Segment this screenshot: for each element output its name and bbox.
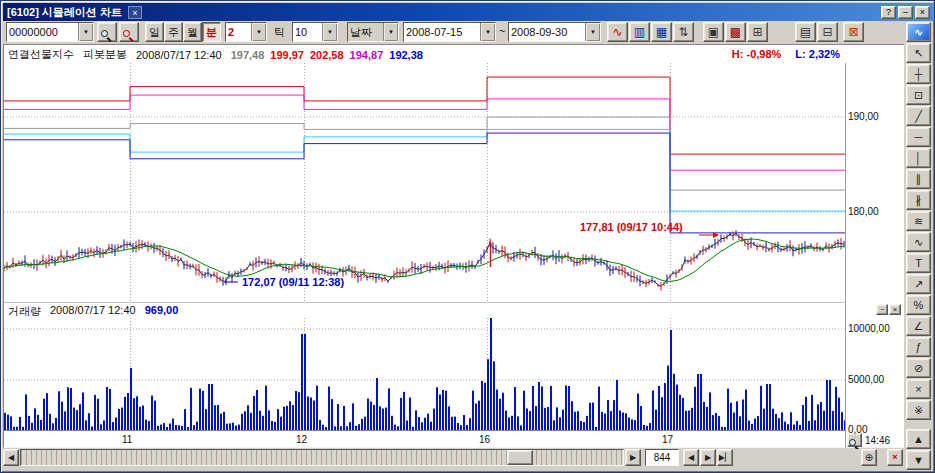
last-time-label: 14:46 bbox=[865, 435, 890, 446]
save-chart-button[interactable]: ⊟ bbox=[817, 22, 838, 42]
interval-combo[interactable]: 2 ▼ bbox=[225, 22, 267, 42]
zigzag-line-button[interactable]: ∿ bbox=[607, 22, 628, 42]
simulation-chart-window: [6102] 시뮬레이션 차트 × ?–× ▼ 일주월분 2 ▼ 틱 10 ▼ … bbox=[0, 0, 935, 473]
pointer-button[interactable]: ↖ bbox=[906, 43, 931, 63]
window-title: [6102] 시뮬레이션 차트 bbox=[7, 5, 122, 20]
formula-button[interactable]: ƒ bbox=[906, 337, 931, 357]
period-week-button[interactable]: 주 bbox=[164, 22, 183, 42]
tick-label: 틱 bbox=[274, 25, 285, 40]
panel-close-button[interactable]: × bbox=[887, 449, 903, 466]
symbol-search-button[interactable] bbox=[119, 22, 139, 42]
period-day-button[interactable]: 일 bbox=[145, 22, 164, 42]
study-name: 피봇분봉 bbox=[83, 47, 127, 62]
help-button[interactable]: ? bbox=[881, 6, 896, 19]
time-axis-label: 16 bbox=[479, 434, 490, 445]
step-back-button[interactable]: ◀ bbox=[683, 449, 699, 466]
symbol-code-input[interactable] bbox=[7, 23, 78, 41]
quick-chart-button[interactable]: ∿ bbox=[906, 22, 931, 42]
scrollbar-thumb[interactable] bbox=[507, 450, 533, 465]
close-pane-button[interactable]: × bbox=[889, 304, 901, 315]
period-button-group: 일주월분 bbox=[145, 22, 221, 42]
tick-count-combo[interactable]: 10 ▼ bbox=[292, 22, 338, 42]
trendline-button[interactable]: ╱ bbox=[906, 106, 931, 126]
symbol-code-combo[interactable]: ▼ bbox=[6, 22, 94, 42]
angle-tool-button[interactable]: ∠ bbox=[906, 316, 931, 336]
legend-value: 197,48 bbox=[231, 49, 265, 61]
wave-button[interactable]: ∿ bbox=[906, 232, 931, 252]
clear-all-button[interactable]: × bbox=[906, 379, 931, 399]
zoom-select-button[interactable]: ⊡ bbox=[906, 85, 931, 105]
axis-zoom-button[interactable] bbox=[847, 433, 862, 447]
legend-value: 202,58 bbox=[310, 49, 344, 61]
horizontal-line-button[interactable]: ─ bbox=[906, 127, 931, 147]
scroll-right-button[interactable]: ▶ bbox=[625, 449, 641, 466]
tool-settings-button[interactable]: ※ bbox=[906, 400, 931, 420]
volume-value: 969,00 bbox=[145, 304, 179, 319]
close-button[interactable]: × bbox=[915, 6, 930, 19]
print-button[interactable]: ▤ bbox=[795, 22, 816, 42]
step-forward-button[interactable]: ▶ bbox=[700, 449, 716, 466]
price-axis-border bbox=[845, 63, 846, 448]
chevron-down-icon[interactable]: ▼ bbox=[585, 23, 600, 41]
vertical-line-button[interactable]: │ bbox=[906, 148, 931, 168]
arrow-tool-button[interactable]: ↗ bbox=[906, 274, 931, 294]
fibonacci-button[interactable]: ≋ bbox=[906, 211, 931, 231]
text-tool-button[interactable]: T bbox=[906, 253, 931, 273]
percent-tool-button[interactable]: % bbox=[906, 295, 931, 315]
title-bar[interactable]: [6102] 시뮬레이션 차트 × ?–× bbox=[3, 3, 934, 21]
volume-axis-label: 5000,00 bbox=[848, 374, 884, 385]
volume-datetime: 2008/07/17 12:40 bbox=[50, 304, 136, 319]
eraser-button[interactable]: ⊘ bbox=[906, 358, 931, 378]
channel-button[interactable]: ∦ bbox=[906, 190, 931, 210]
volume-profile-button[interactable]: ▥ bbox=[629, 22, 650, 42]
price-pane-plot[interactable] bbox=[4, 63, 845, 302]
jump-latest-button[interactable]: ▶▏ bbox=[717, 449, 733, 466]
high-percent-label: H: -0,98% bbox=[732, 48, 782, 60]
date-to-value: 2008-09-30 bbox=[509, 23, 585, 41]
scroll-up-button[interactable]: ▲ bbox=[906, 429, 931, 449]
volume-axis-label: 0,00 bbox=[848, 424, 867, 435]
chart-legend: 연결선물지수 피봇분봉 2008/07/17 12:40 197,48199,9… bbox=[8, 47, 423, 62]
chevron-down-icon[interactable]: ▼ bbox=[383, 23, 398, 41]
search-button[interactable] bbox=[97, 22, 117, 42]
time-axis-label: 12 bbox=[296, 434, 307, 445]
tab-close-button[interactable]: × bbox=[128, 6, 142, 19]
chart-settings-button[interactable]: ▩ bbox=[725, 22, 746, 42]
parallel-lines-button[interactable]: ∥ bbox=[906, 169, 931, 189]
time-axis-label: 11 bbox=[122, 434, 132, 445]
chart-area[interactable]: 연결선물지수 피봇분봉 2008/07/17 12:40 197,48199,9… bbox=[3, 44, 905, 448]
grid-toggle-button[interactable]: ⊞ bbox=[747, 22, 768, 42]
scrollbar-track[interactable] bbox=[20, 449, 624, 466]
instrument-name: 연결선물지수 bbox=[8, 47, 74, 62]
date-from-combo[interactable]: 2008-07-15 ▼ bbox=[403, 22, 496, 42]
pane-separator bbox=[4, 302, 845, 303]
period-minute-button[interactable]: 분 bbox=[202, 22, 221, 42]
date-range-separator: ~ bbox=[499, 25, 505, 37]
interval-value: 2 bbox=[226, 23, 251, 41]
price-axis-label: 190,00 bbox=[848, 111, 879, 122]
scroll-left-button[interactable]: ◀ bbox=[3, 449, 19, 466]
date-mode-combo[interactable]: 날짜 ▼ bbox=[347, 22, 399, 42]
time-axis-label: 17 bbox=[662, 434, 673, 445]
volume-header: 거래량 2008/07/17 12:40 969,00 bbox=[8, 304, 178, 319]
legend-value: 192,38 bbox=[389, 49, 423, 61]
zoom-in-button[interactable]: ⊕ bbox=[861, 449, 877, 466]
volume-pane-plot[interactable] bbox=[4, 318, 845, 431]
bar-style-button[interactable]: ▦ bbox=[651, 22, 672, 42]
window-controls: ?–× bbox=[881, 6, 930, 19]
high-low-labels: H: -0,98% L: 2,32% bbox=[732, 48, 840, 60]
crosshair-button[interactable]: ┼ bbox=[906, 64, 931, 84]
sort-button[interactable]: ⇅ bbox=[673, 22, 694, 42]
copy-chart-button[interactable]: ▣ bbox=[703, 22, 724, 42]
chevron-down-icon[interactable]: ▼ bbox=[78, 23, 93, 41]
chevron-down-icon[interactable]: ▼ bbox=[251, 23, 266, 41]
chevron-down-icon[interactable]: ▼ bbox=[322, 23, 337, 41]
scroll-down-button[interactable]: ▼ bbox=[906, 450, 931, 470]
export-button[interactable]: ⊠ bbox=[843, 22, 864, 42]
search-icon bbox=[101, 30, 113, 42]
minimize-button[interactable]: – bbox=[898, 6, 913, 19]
date-to-combo[interactable]: 2008-09-30 ▼ bbox=[508, 22, 601, 42]
chevron-down-icon[interactable]: ▼ bbox=[480, 23, 495, 41]
period-month-button[interactable]: 월 bbox=[183, 22, 202, 42]
collapse-pane-button[interactable]: − bbox=[876, 304, 888, 315]
